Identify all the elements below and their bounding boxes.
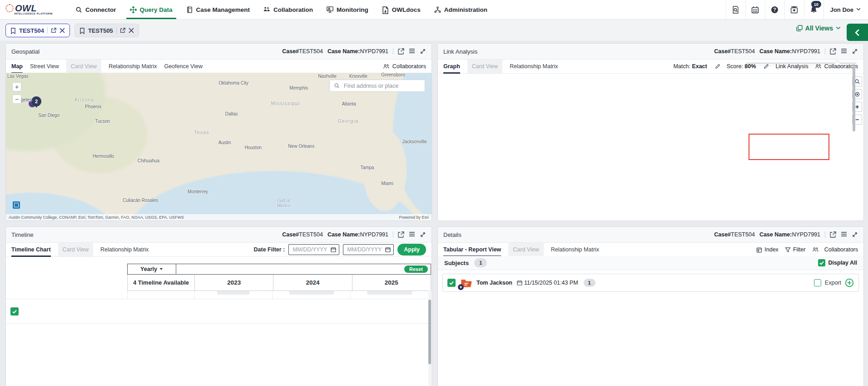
people-icon: [383, 64, 390, 69]
help-button[interactable]: ?: [765, 0, 784, 19]
panel-menu-icon[interactable]: [409, 48, 415, 55]
app-logo[interactable]: OWL INTELLIGENCE PLATFORM: [0, 0, 65, 19]
timeline-tab-timeline-chart[interactable]: Timeline Chart: [11, 243, 51, 256]
map-cluster-marker[interactable]: 2: [31, 96, 41, 106]
map-city-label: Dallas: [225, 111, 238, 116]
case-info: Case#TEST504Case Name:NYPD7991: [282, 48, 388, 55]
divider: [825, 231, 825, 238]
map-locate-icon[interactable]: [13, 201, 20, 209]
open-in-new-icon[interactable]: [120, 28, 125, 34]
map-canvas[interactable]: + − 2 Las VegasNashvilleKnoxvilleGreensb…: [6, 73, 432, 221]
filter-button[interactable]: Filter: [785, 246, 806, 253]
map-city-label: Culiacán Rosales: [123, 198, 158, 203]
timeline-scrollbar[interactable]: [428, 291, 431, 386]
all-views-dropdown[interactable]: All Views: [796, 25, 841, 32]
calendar-button[interactable]: [745, 0, 765, 19]
year-column-2024[interactable]: 2024: [273, 275, 352, 291]
open-in-new-icon[interactable]: [51, 28, 56, 34]
nav-item-monitoring[interactable]: Monitoring: [327, 0, 368, 19]
subject-checkbox[interactable]: [447, 279, 456, 287]
panel-menu-icon[interactable]: [409, 231, 415, 238]
index-button[interactable]: Index: [756, 246, 779, 253]
subject-name[interactable]: Tom Jackson: [476, 280, 512, 286]
expand-icon[interactable]: [852, 48, 858, 55]
map-search-input[interactable]: [343, 82, 421, 90]
move-icon: [130, 6, 137, 13]
geospatial-tab-geofence-view[interactable]: Geofence View: [164, 60, 203, 73]
calendar-icon: [517, 280, 522, 286]
details-tab-relationship-matrix[interactable]: Relationship Matrix: [551, 243, 599, 256]
nav-item-label: Monitoring: [337, 6, 368, 13]
popout-icon[interactable]: [830, 48, 836, 55]
nav-item-collaboration[interactable]: Collaboration: [263, 0, 313, 19]
popout-icon[interactable]: [398, 48, 404, 55]
link-graph-canvas[interactable]: + −: [438, 73, 863, 221]
year-column-2023[interactable]: 2023: [195, 275, 273, 291]
period-dropdown[interactable]: Yearly: [128, 264, 176, 274]
link-tab-graph[interactable]: Graph: [443, 60, 460, 73]
timeline-panel: Timeline Case#TEST504Case Name:NYPD7991 …: [5, 226, 432, 386]
expand-icon[interactable]: [852, 231, 858, 238]
workspace-tab-test504[interactable]: TEST504: [5, 24, 70, 37]
svg-text:?: ?: [773, 7, 776, 12]
map-zoom-in-button[interactable]: +: [12, 82, 21, 91]
link-analysis-tabs: GraphCard ViewRelationship Matrix Match:…: [438, 60, 863, 74]
timeline-tab-relationship-matrix[interactable]: Relationship Matrix: [100, 243, 149, 256]
date-from-input[interactable]: [292, 246, 329, 253]
geospatial-tab-street-view[interactable]: Street View: [30, 60, 59, 73]
panel-menu-icon[interactable]: [841, 48, 847, 55]
subjects-section-header: Subjects 1 Display All: [438, 256, 863, 270]
collaborators-button[interactable]: Collaborators: [383, 63, 426, 70]
collaborators-button[interactable]: Collaborators: [812, 246, 858, 253]
add-icon[interactable]: [845, 278, 854, 287]
people-icon: [263, 6, 270, 13]
calendar-icon[interactable]: [331, 247, 336, 252]
expand-icon[interactable]: [420, 231, 426, 238]
close-icon[interactable]: [129, 28, 134, 34]
nav-item-administration[interactable]: Administration: [434, 0, 487, 19]
nav-item-case-management[interactable]: Case Management: [186, 0, 250, 19]
timeline-scrollbar-thumb[interactable]: [428, 300, 431, 364]
nav-item-query-data[interactable]: Query Data: [130, 0, 173, 19]
sidebar-collapse-button[interactable]: [847, 24, 868, 41]
map-zoom-out-button[interactable]: −: [12, 95, 21, 104]
expand-icon[interactable]: [420, 48, 426, 55]
logo-subtext: INTELLIGENCE PLATFORM: [14, 12, 59, 15]
timeline-grid-header: Yearly Reset 4 Timeline Available 202320…: [127, 264, 431, 291]
link-analysis-header: Link Analysis Case#TEST504Case Name:NYPD…: [438, 44, 863, 60]
nav-item-owldocs[interactable]: OWLdocs: [382, 0, 421, 19]
chevron-left-icon: [855, 29, 860, 36]
calendar-icon[interactable]: [385, 247, 391, 252]
date-to-input[interactable]: [346, 246, 383, 253]
edit-score-icon[interactable]: [764, 64, 769, 69]
popout-icon[interactable]: [830, 231, 836, 238]
reset-button[interactable]: Reset: [404, 266, 428, 273]
edit-match-icon[interactable]: [715, 64, 720, 69]
timeline-available-header: 4 Timeline Available: [128, 275, 195, 291]
close-icon[interactable]: [60, 28, 65, 34]
link-tab-relationship-matrix[interactable]: Relationship Matrix: [510, 60, 558, 73]
export-checkbox[interactable]: [814, 279, 821, 286]
link-analysis-menu-trigger[interactable]: Link Analysis: [775, 63, 808, 70]
owl-logo-icon: OWL: [5, 4, 59, 12]
subject-row[interactable]: ★ Tom Jackson 11/15/2025 01:43 PM 1 Expo…: [442, 274, 859, 292]
funnel-icon: [785, 247, 791, 253]
popout-icon[interactable]: [398, 231, 404, 238]
panel-menu-icon[interactable]: [841, 231, 847, 238]
apply-button[interactable]: Apply: [397, 244, 426, 256]
geospatial-tab-relationship-matrix[interactable]: Relationship Matrix: [109, 60, 157, 73]
nav-item-connector[interactable]: Connector: [75, 0, 116, 19]
chevron-down-icon: [836, 26, 841, 30]
notifications-button[interactable]: 10: [804, 0, 823, 19]
user-menu[interactable]: Jon Doe: [823, 0, 868, 19]
people-icon: [812, 247, 819, 252]
apps-case-button[interactable]: [784, 0, 804, 19]
menu-scrollbar-thumb[interactable]: [853, 64, 855, 131]
workspace-tab-test505[interactable]: TEST505: [74, 24, 139, 37]
powered-by-esri: Powered by Esri: [399, 215, 429, 220]
geospatial-tab-map[interactable]: Map: [11, 60, 23, 73]
audit-log-button[interactable]: [726, 0, 745, 19]
details-tab-tabular-report-view[interactable]: Tabular - Report View: [443, 243, 501, 256]
year-column-2025[interactable]: 2025: [352, 275, 431, 291]
display-all-checkbox[interactable]: [818, 259, 825, 266]
